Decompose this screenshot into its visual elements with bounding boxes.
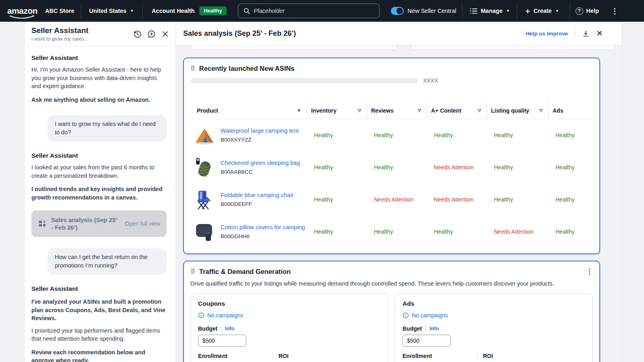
assistant-block-heading: Seller Assistant	[31, 285, 167, 292]
product-cell: Checkered green sleeping bag B00AABBCC	[190, 156, 307, 178]
table-row: Cotton pillow covers for camping B00GGHH…	[190, 216, 593, 248]
assistant-header-actions	[133, 30, 169, 38]
assistant-message: I prioritized your top performers and fl…	[31, 327, 167, 343]
coupons-title: Coupons	[198, 300, 381, 307]
column-label: A+ Content	[431, 107, 461, 114]
product-info: Waterproof large camping tent B00XXYYZZ	[221, 128, 299, 143]
product-cell: Waterproof large camping tent B00XXYYZZ	[190, 124, 307, 146]
no-campaigns-label: No campaigns	[207, 312, 244, 319]
assistant-message: I looked at your sales from the past 6 m…	[31, 163, 167, 180]
ads-budget-row: Budget Info	[402, 325, 585, 332]
ads-no-campaigns-link[interactable]: No campaigns	[402, 312, 585, 319]
canvas-scroll-area[interactable]: ⠿ Recently launched New ASINs XXXX Produ…	[176, 45, 622, 362]
product-image-sleeping-bag	[194, 156, 215, 178]
assistant-block-heading: Seller Assistant	[31, 54, 167, 62]
product-link[interactable]: Waterproof large camping tent	[221, 128, 299, 134]
canvas-title: Sales analysis (Sep 25’ - Feb 26’)	[183, 29, 296, 38]
account-health[interactable]: Account Health Healthy	[152, 6, 227, 15]
product-link[interactable]: Foldable blue camping chair	[221, 192, 293, 198]
column-label: Ads	[553, 107, 563, 114]
budget-info-link[interactable]: Info	[429, 326, 439, 331]
column-label: Product	[197, 107, 218, 114]
help-us-improve-link[interactable]: Help us improve	[526, 31, 568, 37]
country-label: United States	[89, 8, 127, 14]
header-divider	[575, 29, 575, 38]
budget-info-link[interactable]: Info	[225, 326, 234, 331]
manage-label: Manage	[481, 8, 503, 14]
product-link[interactable]: Checkered green sleeping bag	[221, 160, 300, 166]
user-message-bubble: I want to grow my sales what do I need t…	[47, 115, 167, 142]
traffic-card-header: ⠿ Traffic & Demand Generation ⋮	[190, 268, 593, 276]
overflow-menu-icon[interactable]: ⋮	[611, 6, 619, 16]
coupons-no-campaigns-link[interactable]: No campaigns	[198, 312, 381, 319]
account-health-label: Account Health	[152, 8, 194, 14]
filter-icon[interactable]: ▽	[539, 108, 543, 113]
scrolled-card-bottom	[191, 45, 397, 50]
create-label: Create	[534, 8, 552, 14]
account-health-badge: Healthy	[199, 6, 226, 15]
new-chat-icon[interactable]	[147, 30, 156, 38]
status-inventory: Healthy	[307, 132, 367, 138]
progress-bar	[190, 78, 418, 83]
assistant-titles: Seller Assistant I want to grow my sales…	[31, 26, 133, 42]
column-header-listing-quality[interactable]: Listing quality ▽	[487, 102, 548, 119]
country-selector[interactable]: United States ▼	[89, 8, 134, 14]
assistant-subtitle: I want to grow my sales...	[31, 36, 133, 42]
column-header-reviews[interactable]: Reviews ▽	[367, 102, 427, 119]
download-icon[interactable]	[582, 30, 590, 37]
manage-menu[interactable]: Manage ▼	[470, 8, 510, 14]
enrollment-label: Enrollment	[402, 353, 477, 359]
column-header-ads[interactable]: Ads	[548, 102, 593, 119]
canvas-chip[interactable]: Sales analysis (Sep 25’ - Feb 26’) Open …	[31, 210, 167, 237]
close-panel-icon[interactable]	[161, 30, 169, 38]
chevron-down-icon: ▼	[506, 9, 510, 13]
store-name[interactable]: ABC Store	[45, 8, 74, 14]
product-info: Cotton pillow covers for camping B00GGHH…	[221, 224, 305, 239]
new-seller-central-toggle-group[interactable]: New Seller Central	[391, 7, 456, 15]
search-input[interactable]	[254, 8, 374, 14]
filter-icon[interactable]: ▼	[297, 108, 301, 113]
help-button[interactable]: ? Help	[576, 7, 599, 15]
assistant-block-heading: Seller Assistant	[31, 152, 167, 159]
card-menu-icon[interactable]: ⋮	[586, 268, 593, 275]
filter-icon[interactable]: ▽	[358, 108, 361, 113]
close-canvas-icon[interactable]: ✕	[597, 30, 603, 37]
product-link[interactable]: Cotton pillow covers for camping	[221, 224, 305, 230]
open-full-view-button[interactable]: Open full view	[125, 220, 160, 227]
toggle-switch[interactable]	[391, 7, 404, 15]
search-icon	[243, 7, 250, 14]
product-asin: B00AABBCC	[221, 169, 300, 175]
table-row: Waterproof large camping tent B00XXYYZZ …	[190, 119, 593, 151]
product-asin: B00XXYYZZ	[221, 137, 299, 143]
filter-icon[interactable]: ▽	[478, 108, 481, 113]
amazon-logo[interactable]: amazon	[7, 7, 39, 15]
enrollment-label: Enrollment	[198, 353, 272, 359]
status-reviews: Healthy	[367, 164, 427, 171]
assistant-message: Hi, I’m your Amazon Seller Assistant - h…	[31, 66, 167, 90]
toggle-knob	[396, 8, 403, 14]
product-info: Foldable blue camping chair B00DDEEFF	[221, 192, 293, 207]
create-menu[interactable]: + Create ▼	[525, 7, 559, 15]
status-reviews: Needs Attention	[367, 196, 427, 203]
status-listing-quality: Healthy	[487, 164, 548, 171]
drag-handle-icon[interactable]: ⠿	[190, 65, 195, 72]
history-icon[interactable]	[133, 30, 142, 38]
ads-footer: Enrollment ROI	[402, 353, 585, 359]
column-label: Listing quality	[491, 107, 529, 114]
ads-panel: Ads No campaigns Budget Info Enrollment …	[395, 293, 593, 362]
canvas-icon	[38, 219, 47, 228]
filter-icon[interactable]: ▽	[418, 108, 421, 113]
roi-label: ROI	[272, 353, 381, 359]
amazon-smile-icon	[9, 15, 35, 19]
info-icon	[198, 312, 204, 319]
status-a-plus: Needs Attention	[427, 196, 487, 203]
assistant-conversation: Seller Assistant Hi, I’m your Amazon Sel…	[25, 46, 175, 362]
column-header-a-plus-content[interactable]: A+ Content ▽	[427, 102, 487, 119]
column-header-product[interactable]: Product ▼	[190, 102, 307, 119]
budget-label: Budget	[402, 325, 422, 332]
product-cell: Cotton pillow covers for camping B00GGHH…	[190, 221, 307, 243]
ads-budget-input[interactable]	[402, 335, 451, 347]
coupons-budget-input[interactable]	[198, 335, 246, 347]
drag-handle-icon[interactable]: ⠿	[190, 268, 195, 276]
column-header-inventory[interactable]: Inventory ▽	[307, 102, 367, 119]
